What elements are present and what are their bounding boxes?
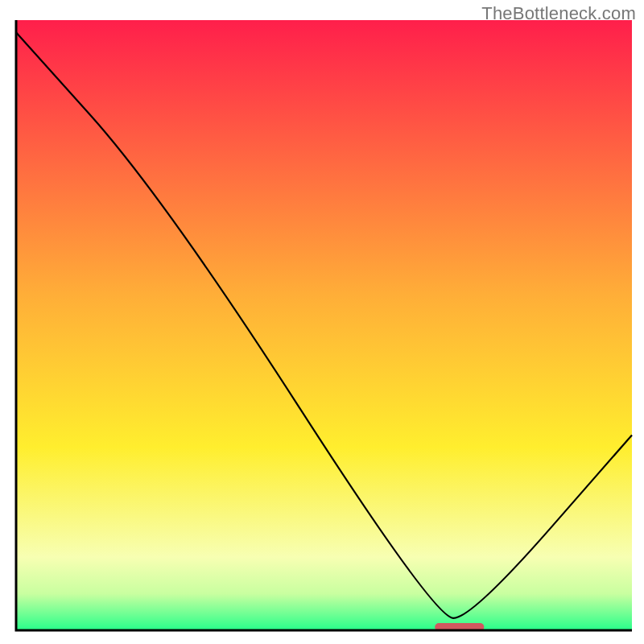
bottleneck-chart: [0, 0, 644, 644]
watermark-label: TheBottleneck.com: [481, 3, 636, 24]
gradient-background: [16, 20, 632, 630]
chart-stage: TheBottleneck.com: [0, 0, 644, 644]
plot-area: [16, 20, 632, 631]
